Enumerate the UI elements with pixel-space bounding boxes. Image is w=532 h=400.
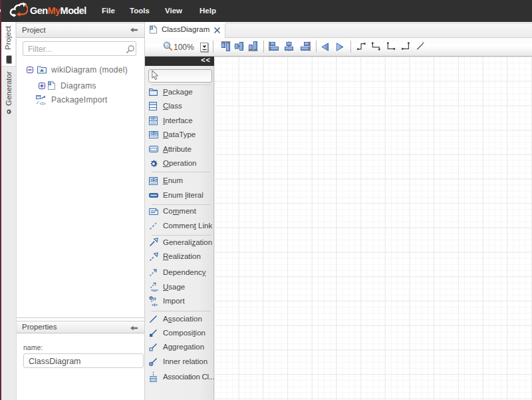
svg-text:<I>: <I> xyxy=(40,101,47,105)
svg-text:<E>: <E> xyxy=(150,177,158,181)
svg-text:<u>: <u> xyxy=(151,288,158,292)
svg-text:<I>: <I> xyxy=(152,302,158,307)
svg-text:<D>: <D> xyxy=(150,131,157,135)
svg-text:<I>: <I> xyxy=(150,116,156,120)
